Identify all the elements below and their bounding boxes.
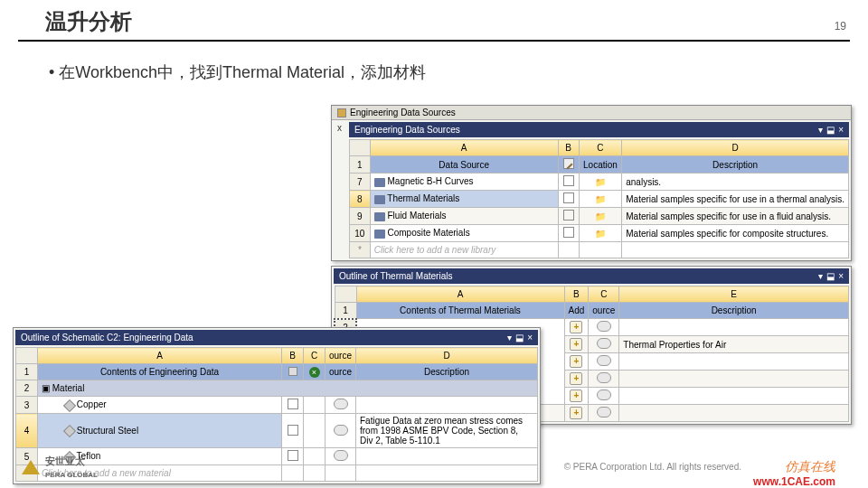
col-D[interactable]: D <box>356 348 538 364</box>
data-source-table: A B C D 1 Data Source Location Descripti… <box>349 139 849 258</box>
panel3-title: Outline of Schematic C2: Engineering Dat… <box>21 333 193 343</box>
col-C[interactable]: C <box>579 140 622 156</box>
hdr-contents[interactable]: Contents of Thermal Materials <box>356 303 564 319</box>
close-icon[interactable]: × <box>838 271 844 281</box>
pin-icon[interactable]: ⬓ <box>826 271 835 281</box>
row-num[interactable]: 8 <box>350 191 371 208</box>
col-src[interactable]: ource <box>326 348 356 364</box>
source-link-icon[interactable] <box>334 450 348 461</box>
hdr-description[interactable]: Description <box>619 303 849 319</box>
hdr-chk[interactable] <box>558 156 579 174</box>
row-num[interactable]: 4 <box>16 414 38 448</box>
checkbox[interactable] <box>563 175 574 186</box>
add-library-hint[interactable]: Click here to add a new library <box>370 242 558 258</box>
hdr-contents[interactable]: Contents of Engineering Data <box>38 364 282 380</box>
watermark-brand: 仿真在线 <box>785 459 835 475</box>
col-D[interactable]: D <box>622 140 849 156</box>
footer-copyright: © PERA Corporation Ltd. All rights reser… <box>564 462 741 472</box>
col-B[interactable]: B <box>558 140 579 156</box>
source-link-icon[interactable] <box>597 407 611 418</box>
source-link-icon[interactable] <box>334 399 348 409</box>
add-button[interactable]: + <box>570 321 582 333</box>
watermark-url: www.1CAE.com <box>753 475 835 488</box>
material-icon <box>63 425 76 437</box>
col-A[interactable]: A <box>38 348 282 364</box>
page-number: 19 <box>835 20 846 33</box>
location-icon[interactable]: 📁 <box>595 194 606 204</box>
panel2-title: Outline of Thermal Materials <box>339 271 452 281</box>
desc-cell: Material samples specific for composite … <box>622 225 849 242</box>
close-icon[interactable]: × <box>838 125 844 135</box>
row-num[interactable]: 3 <box>16 397 38 414</box>
row-num[interactable]: 7 <box>350 174 371 191</box>
source-link-icon[interactable] <box>597 321 611 332</box>
checkbox[interactable] <box>288 399 298 409</box>
add-button[interactable]: + <box>570 338 582 351</box>
close-tab-button[interactable]: x <box>334 122 345 258</box>
material-row-selected[interactable]: Structural Steel <box>38 414 282 448</box>
row-num[interactable]: 9 <box>350 208 371 225</box>
tab-label[interactable]: Engineering Data Sources <box>350 108 456 117</box>
material-row[interactable]: Copper <box>38 397 282 414</box>
col-C[interactable]: C <box>589 286 619 303</box>
data-source-row[interactable]: Fluid Materials <box>370 208 558 225</box>
location-icon[interactable]: 📁 <box>595 211 606 221</box>
hdr-description[interactable]: Description <box>622 156 849 174</box>
tab-bar: Engineering Data Sources <box>332 106 851 120</box>
hdr-location[interactable]: Location <box>579 156 622 174</box>
col-A[interactable]: A <box>370 140 558 156</box>
checkbox[interactable] <box>288 425 298 436</box>
source-link-icon[interactable] <box>597 355 611 366</box>
dropdown-icon[interactable]: ▾ <box>818 125 823 135</box>
checkbox[interactable] <box>288 450 298 461</box>
col-E[interactable]: E <box>619 286 849 303</box>
col-C[interactable]: C <box>304 348 326 364</box>
add-button[interactable]: + <box>570 389 582 402</box>
source-link-icon[interactable] <box>597 338 611 349</box>
checkbox[interactable] <box>563 192 574 203</box>
dropdown-icon[interactable]: ▾ <box>507 333 512 343</box>
material-icon <box>63 399 76 412</box>
source-link-icon[interactable] <box>597 389 611 400</box>
checkbox[interactable] <box>563 210 574 221</box>
hdr-description[interactable]: Description <box>356 364 538 380</box>
book-icon <box>374 178 385 187</box>
panel3-title-bar: Outline of Schematic C2: Engineering Dat… <box>15 330 538 345</box>
panel2-title-bar: Outline of Thermal Materials ▾ ⬓ × <box>334 268 849 284</box>
add-button[interactable]: + <box>570 407 582 419</box>
desc-cell: Material samples specific for use in a t… <box>622 191 849 208</box>
book-icon <box>374 212 385 221</box>
pin-icon[interactable]: ⬓ <box>515 333 524 343</box>
panel1-title: Engineering Data Sources <box>354 125 460 135</box>
slide-title: 温升分析 <box>45 7 132 36</box>
source-link-icon[interactable] <box>597 372 611 383</box>
close-icon[interactable]: × <box>527 333 533 343</box>
dropdown-icon[interactable]: ▾ <box>818 271 823 281</box>
desc-cell: Thermal Properties for Air <box>619 336 849 353</box>
location-icon[interactable]: 📁 <box>595 177 606 187</box>
panel-engineering-data-sources: Engineering Data Sources x Engineering D… <box>331 105 852 261</box>
row-num[interactable]: 10 <box>350 225 371 242</box>
data-source-row[interactable]: Composite Materials <box>370 225 558 242</box>
source-link-icon[interactable] <box>334 425 348 436</box>
data-source-row-selected[interactable]: Thermal Materials <box>370 191 558 208</box>
panel1-title-bar: Engineering Data Sources ▾ ⬓ × <box>349 122 849 137</box>
row-new[interactable]: * <box>350 242 371 258</box>
pin-icon[interactable]: ⬓ <box>826 125 835 135</box>
hdr-source[interactable]: ource <box>589 303 619 319</box>
desc-cell: analysis. <box>622 174 849 191</box>
footer-logo: 安世亚太PERA GLOBAL <box>22 455 98 479</box>
hdr-data-source[interactable]: Data Source <box>370 156 558 174</box>
checkbox[interactable] <box>563 227 574 238</box>
col-B[interactable]: B <box>564 286 589 303</box>
col-B[interactable]: B <box>282 348 304 364</box>
data-source-row[interactable]: Magnetic B-H Curves <box>370 174 558 191</box>
add-button[interactable]: + <box>570 372 582 385</box>
material-group-header[interactable]: ▣ Material <box>38 380 538 397</box>
logo-triangle-icon <box>22 460 40 474</box>
col-A[interactable]: A <box>356 286 564 303</box>
hdr-add[interactable]: Add <box>564 303 589 319</box>
desc-cell: Fatigue Data at zero mean stress comes f… <box>356 414 538 448</box>
location-icon[interactable]: 📁 <box>595 229 606 239</box>
add-button[interactable]: + <box>570 355 582 368</box>
